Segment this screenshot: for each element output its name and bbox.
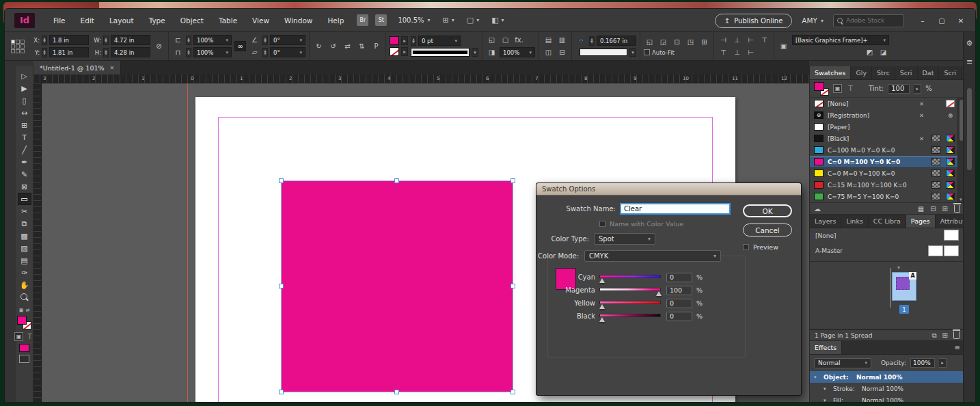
constrain-dimensions-icon[interactable]: ⊘ [153, 41, 165, 51]
rotate-90-ccw-icon[interactable]: ↺ [327, 41, 339, 51]
channel-value-field[interactable]: 100 [666, 286, 692, 295]
gap-spinner[interactable] [589, 36, 595, 46]
menu-item[interactable]: Edit [74, 14, 100, 27]
x-spinner[interactable] [42, 36, 47, 45]
screen-mode-dropdown[interactable]: ▢▾ [467, 16, 479, 25]
content-collector-tool[interactable]: ⊞ [18, 119, 31, 131]
effects-row[interactable]: ▾ Object: Normal 100% [810, 371, 964, 383]
rotate-90-cw-icon[interactable]: ↻ [313, 41, 325, 51]
shear-spinner[interactable] [262, 48, 268, 57]
opacity-field[interactable]: 100% [500, 47, 535, 57]
slider-thumb[interactable] [599, 317, 605, 322]
swatch-row[interactable]: [Registration] [810, 109, 957, 121]
opacity-field[interactable]: 100% [910, 358, 935, 368]
handle-bottom-right[interactable] [511, 390, 515, 394]
align-right-icon[interactable]: ⊢ [745, 35, 757, 45]
center-content-icon[interactable]: ⊞ [698, 37, 710, 47]
effects-row[interactable]: ▾ Stroke: Normal 100% [810, 383, 964, 394]
panel-tab[interactable]: Layers [810, 215, 841, 228]
swatch-row[interactable]: C=100 M=0 Y=0 K=0 [810, 144, 957, 156]
swatch-row[interactable]: C=75 M=5 Y=100 K=0 [810, 191, 957, 202]
publish-online-button[interactable]: ↥ Publish Online [715, 14, 792, 28]
cancel-button[interactable]: Cancel [743, 224, 792, 236]
key-object-icon[interactable]: ⊢ [745, 47, 757, 57]
selection-tool[interactable]: ▷ [18, 70, 31, 82]
master-none-row[interactable]: [None] [810, 228, 964, 243]
distribute-space-icon[interactable]: ⊥ [731, 47, 743, 57]
formatting-affects-text-icon[interactable]: T [846, 84, 855, 93]
handle-top-left[interactable] [279, 178, 284, 183]
pen-tool[interactable]: ✒ [18, 156, 31, 168]
panel-tab[interactable]: Swatches [810, 66, 851, 79]
select-container-icon[interactable]: P [370, 41, 382, 51]
page-1-thumbnail[interactable]: A [892, 272, 916, 301]
master-a-row[interactable]: A-Master [810, 243, 964, 259]
formatting-affects-container-icon[interactable]: ▣ [833, 84, 842, 93]
dialog-title-bar[interactable]: Swatch Options [536, 183, 801, 195]
page-tool[interactable]: ▯ [18, 94, 31, 107]
type-tool[interactable]: T [18, 131, 31, 144]
link-scale-icon[interactable]: ∞ [234, 41, 246, 51]
color-mode-dropdown[interactable]: CMYK [584, 250, 721, 262]
zoom-tool[interactable] [18, 291, 31, 303]
direct-selection-tool[interactable]: ▶ [18, 82, 31, 94]
align-left-icon[interactable]: ⊣ [718, 35, 729, 45]
pencil-tool[interactable]: ✎ [18, 168, 31, 180]
scale-y-field[interactable]: 100% [193, 47, 232, 57]
swap-fill-stroke-icon[interactable]: ⇄ [25, 308, 29, 313]
panel-tab[interactable]: Attribut [936, 215, 964, 228]
fit-frame-to-content-icon[interactable]: ◳ [685, 37, 696, 47]
object-style-dropdown[interactable]: [Basic Graphics Frame]+ [792, 35, 889, 45]
menu-item[interactable]: Window [278, 14, 318, 27]
swatch-row[interactable]: [None] [810, 98, 957, 109]
scale-y-spinner[interactable] [186, 48, 191, 57]
h-spinner[interactable] [103, 48, 109, 57]
fill-proxy[interactable] [17, 316, 27, 325]
align-to-icon[interactable]: ⊤ [718, 47, 729, 57]
swatch-views-icon[interactable]: ▦ [918, 205, 924, 213]
stock-search-input[interactable] [846, 17, 897, 24]
channel-value-field[interactable]: 0 [666, 273, 692, 282]
panel-tab[interactable]: Scri [939, 66, 962, 79]
page-number-chip[interactable]: 1 [899, 305, 909, 314]
close-button[interactable]: ✕ [952, 14, 970, 27]
new-swatch-icon[interactable]: ⊞ [942, 205, 948, 213]
tint-flyout-icon[interactable]: ▸ [914, 84, 921, 94]
arrange-documents-dropdown[interactable]: ◧▾ [491, 16, 504, 25]
blend-mode-dropdown[interactable]: Normal [814, 358, 871, 368]
default-fill-stroke-icon[interactable]: ▣ [19, 308, 24, 313]
line-tool[interactable]: ╱ [18, 144, 31, 156]
menu-item[interactable]: Type [143, 14, 172, 27]
scale-x-spinner[interactable] [186, 36, 191, 45]
shear-field[interactable]: 0° [270, 47, 305, 57]
screen-mode-button[interactable] [19, 355, 29, 363]
preview-checkbox[interactable]: Preview [743, 243, 778, 251]
stroke-style-dropdown[interactable] [411, 48, 469, 57]
fit-content-proportionally-icon[interactable]: ◲ [657, 37, 669, 47]
slider-track[interactable] [599, 275, 661, 278]
slider-track[interactable] [599, 288, 661, 291]
channel-value-field[interactable]: 0 [666, 312, 692, 321]
opacity-flyout-icon[interactable]: ▸ [939, 358, 947, 368]
view-options-dropdown[interactable]: ⊞▾ [443, 16, 454, 25]
menu-item[interactable]: Layout [103, 14, 140, 27]
menu-item[interactable]: Help [321, 14, 350, 27]
zoom-level-control[interactable]: 100.5% ▾ [398, 16, 430, 24]
align-center-icon[interactable]: ⊥ [731, 35, 743, 45]
maximize-button[interactable]: ▢ [933, 14, 951, 27]
free-transform-tool[interactable]: ⧉ [18, 217, 31, 230]
wrap-options-dropdown[interactable] [580, 49, 627, 56]
fill-flyout-icon[interactable]: ▸ [401, 36, 408, 45]
rectangle-fill[interactable] [282, 181, 513, 392]
flip-vertical-icon[interactable]: ⇅ [356, 41, 368, 51]
bridge-button[interactable]: Br [357, 14, 368, 26]
stroke-style-flyout-icon[interactable]: ▾ [472, 48, 478, 57]
gradient-tool[interactable]: ▩ [18, 230, 31, 242]
channel-slider[interactable] [599, 273, 661, 282]
fit-content-to-frame-icon[interactable]: ⊡ [671, 37, 683, 47]
swatch-row[interactable]: C=0 M=0 Y=100 K=0 [810, 167, 957, 179]
handle-top-right[interactable] [511, 178, 515, 183]
style-override-icon[interactable]: ◪ [877, 47, 889, 57]
rotation-field[interactable]: 0° [270, 35, 305, 45]
new-color-group-icon[interactable]: ⊟ [930, 205, 936, 213]
